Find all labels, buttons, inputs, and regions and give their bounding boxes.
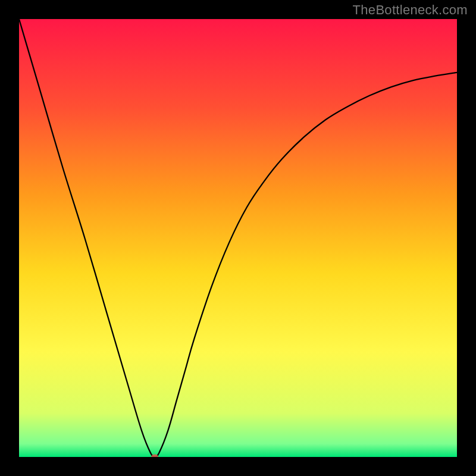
chart-container: TheBottleneck.com <box>0 0 476 476</box>
plot-area <box>19 19 457 457</box>
plot-svg <box>19 19 457 457</box>
watermark-text: TheBottleneck.com <box>353 2 468 18</box>
